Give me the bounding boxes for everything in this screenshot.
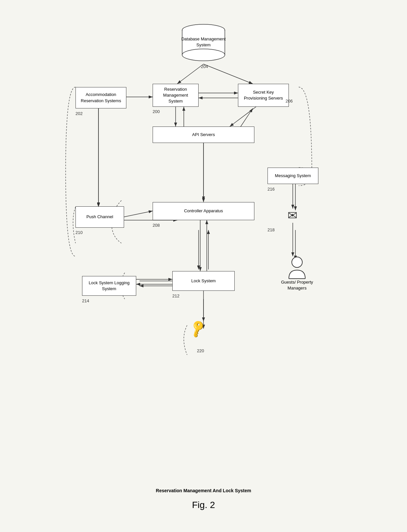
reservation-mgmt-label: Reservation Management System: [156, 86, 196, 104]
lock-logging-label: Lock System Logging System: [85, 280, 133, 292]
lock-system-node: Lock System: [172, 271, 235, 291]
push-channel-node: Push Channel: [75, 206, 124, 228]
key-ref: 220: [197, 348, 204, 353]
svg-line-8: [230, 107, 256, 127]
key-icon: 🔑: [187, 318, 208, 339]
svg-line-2: [177, 64, 204, 84]
messaging-system-label: Messaging System: [275, 173, 311, 179]
secret-key-node: Secret Key Provisioning Servers: [238, 84, 289, 107]
lock-system-ref: 212: [172, 293, 180, 298]
svg-point-25: [292, 257, 302, 267]
accommodation-ref: 202: [75, 111, 83, 116]
accommodation-label: Accommodation Reservation Systems: [78, 92, 123, 104]
controller-node: Controller Apparatus: [153, 202, 254, 220]
arrows-svg: [56, 7, 351, 483]
caption-title: Reservation Management And Lock System: [56, 488, 351, 493]
lock-system-label: Lock System: [191, 278, 216, 284]
lock-logging-ref: 214: [82, 298, 89, 303]
envelope-ref: 218: [268, 227, 275, 232]
lock-logging-node: Lock System Logging System: [82, 276, 136, 296]
database-label: Database Management System: [181, 36, 226, 48]
reservation-mgmt-node: Reservation Management System: [153, 84, 199, 107]
secret-key-label: Secret Key Provisioning Servers: [241, 89, 286, 101]
svg-line-30: [124, 211, 153, 217]
api-servers-node: API Servers: [153, 127, 254, 143]
svg-line-10: [240, 108, 253, 128]
svg-point-24: [182, 49, 225, 61]
push-channel-label: Push Channel: [86, 214, 113, 220]
caption-fig: Fig. 2: [56, 500, 351, 510]
person-icon: Guests/ Property Managers: [281, 256, 313, 291]
secret-key-ref: 206: [286, 99, 293, 104]
api-servers-label: API Servers: [192, 132, 215, 138]
reservation-mgmt-ref: 200: [153, 109, 160, 114]
controller-ref: 208: [153, 223, 160, 228]
svg-line-3: [204, 64, 253, 84]
diagram-container: Database Management System 204 Reservati…: [56, 7, 351, 483]
messaging-system-ref: 216: [268, 187, 275, 192]
accommodation-node: Accommodation Reservation Systems: [75, 87, 126, 108]
database-node: Database Management System: [181, 23, 226, 62]
guests-label: Guests/ Property Managers: [281, 279, 313, 291]
database-ref: 204: [201, 64, 208, 69]
controller-label: Controller Apparatus: [184, 208, 223, 214]
envelope-icon: ✉: [288, 209, 297, 222]
push-channel-ref: 210: [75, 230, 83, 235]
messaging-system-node: Messaging System: [268, 168, 318, 184]
arrows-svg-2: [56, 7, 351, 483]
